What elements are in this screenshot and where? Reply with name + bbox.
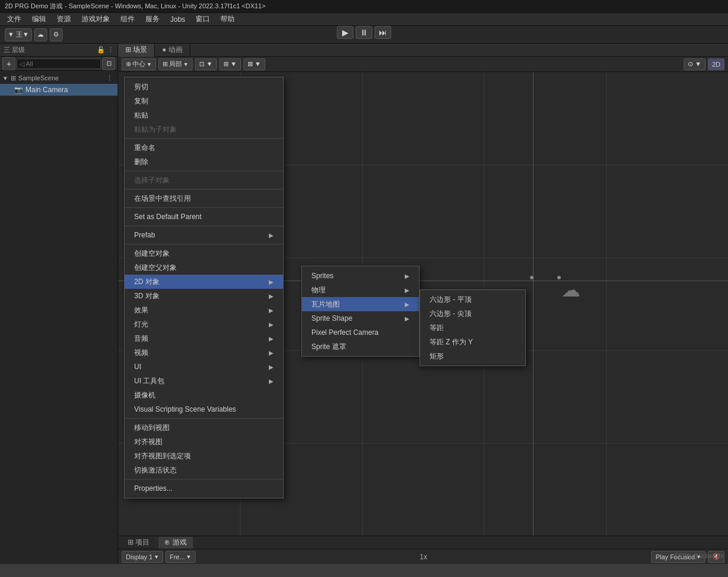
hierarchy-more-icon[interactable]: ⋮ [108,46,114,54]
ctx-move-to-view[interactable]: 移动到视图 [125,420,283,435]
camera-label: Main Camera [25,86,68,94]
ctx-arrow-video: ▶ [269,350,274,356]
ctx-visual-scripting[interactable]: Visual Scripting Scene Variables [125,402,283,416]
ctx-create-empty-parent[interactable]: 创建空父对象 [125,260,283,275]
ctx-2d-tilemap[interactable]: 瓦片地图▶ [302,297,419,311]
ctx-effects[interactable]: 效果▶ [125,303,283,317]
local-label: 局部 [169,60,182,69]
scene-expand-icon: ▼ [2,75,8,82]
ctx-2d-sprite-shape[interactable]: Sprite Shape▶ [302,311,419,325]
account-button[interactable]: ▼ 王▼ [5,28,32,41]
menu-edit[interactable]: 编辑 [27,13,51,25]
scene-local-button[interactable]: ⊞ 局部 ▼ [158,58,193,70]
hierarchy-camera-item[interactable]: 📷 Main Camera [0,84,118,96]
menu-component[interactable]: 组件 [116,13,139,25]
2d-button[interactable]: 2D [708,58,724,70]
ctx-tilemap-iso-z-y[interactable]: 等距 Z 作为 Y [420,335,525,349]
hierarchy-panel: 三 层级 🔓 ⋮ + ⊡ ▼ ⊞ SampleScene ⋮ 📷 Main Ca… [0,44,118,564]
ctx-toggle-active[interactable]: 切换激活状态 [125,463,283,477]
tab-project[interactable]: ⊞ 项目 [122,537,156,549]
free-arrow: ▼ [186,554,191,560]
ctx-separator [125,207,283,208]
ctx-2d-sprite-shape-arrow: ▶ [405,315,410,322]
ctx-2d-tilemap-arrow: ▶ [405,301,410,308]
display-button[interactable]: Display 1 ▼ [122,551,163,563]
ctx-rename[interactable]: 重命名 [125,141,283,155]
local-arrow: ▼ [183,61,188,67]
menu-file[interactable]: 文件 [2,13,26,25]
ctx-properties[interactable]: Properties... [125,481,283,495]
ctx-tilemap-rect[interactable]: 矩形 [420,349,525,363]
ctx-ui[interactable]: UI▶ [125,360,283,374]
ctx-2d-physics[interactable]: 物理▶ [302,283,419,297]
ctx-align-view-selected[interactable]: 对齐视图到选定项 [125,449,283,463]
ctx-delete[interactable]: 删除 [125,155,283,169]
display-label: Display 1 [126,553,152,560]
ctx-2d-objects[interactable]: 2D 对象▶ [125,275,283,289]
ctx-3d-objects[interactable]: 3D 对象▶ [125,289,283,303]
bottom-panel: ⊞ 项目 ⊕ 游戏 [118,536,728,549]
ctx-light[interactable]: 灯光▶ [125,317,283,331]
menu-help[interactable]: 帮助 [216,13,239,25]
ctx-align-view[interactable]: 对齐视图 [125,435,283,449]
step-button[interactable]: ⏭ [375,26,391,39]
ctx-cut[interactable]: 剪切 [125,80,283,94]
ctx-copy[interactable]: 复制 [125,94,283,108]
menu-services[interactable]: 服务 [141,13,164,25]
cloud-button[interactable]: ☁ [34,28,47,41]
menu-assets[interactable]: 资源 [52,13,76,25]
toolbar: ▼ 王▼ ☁ ⚙ ▶ ⏸ ⏭ [0,26,728,44]
ctx-separator [125,138,283,139]
ctx-ui-toolkit[interactable]: UI 工具包▶ [125,374,283,388]
ctx-paste[interactable]: 粘贴 [125,108,283,122]
scene-tabs: ⊞ 场景 ● 动画 [118,44,728,57]
menu-jobs[interactable]: Jobs [165,14,190,25]
settings-button[interactable]: ⚙ [50,28,63,41]
scene-tool1[interactable]: ⊡ ▼ [195,58,217,70]
menu-window[interactable]: 窗口 [191,13,214,25]
ctx-2d-sprites[interactable]: Sprites▶ [302,269,419,283]
scene-center-button[interactable]: ⊕ 中心 ▼ [122,58,156,70]
hierarchy-search-input[interactable] [17,58,101,69]
ctx-2d-sprite-mask[interactable]: Sprite 遮罩 [302,340,419,354]
menu-gameobject[interactable]: 游戏对象 [77,13,115,25]
play-button[interactable]: ▶ [337,26,353,39]
tab-scene[interactable]: ⊞ 场景 [118,44,155,57]
pause-button[interactable]: ⏸ [356,26,372,39]
ctx-camera[interactable]: 摄像机 [125,388,283,402]
hierarchy-scene-item[interactable]: ▼ ⊞ SampleScene ⋮ [0,72,118,84]
hierarchy-header: 三 层级 🔓 ⋮ [0,44,118,57]
ctx-2d-sprites-arrow: ▶ [405,273,410,279]
context-menu-main: 剪切 复制 粘贴 粘贴为子对象 重命名 删除 选择子对象 在场景中查找引用 Se… [124,77,284,498]
hierarchy-add-button[interactable]: + [2,57,15,70]
gizmo-button[interactable]: ⊙ ▼ [684,58,706,70]
camera-icon: 📷 [14,86,23,94]
free-button[interactable]: Fre... ▼ [165,551,196,563]
hierarchy-lock-icon[interactable]: 🔓 [97,46,105,54]
scene-tool2[interactable]: ⊞ ▼ [219,58,241,70]
menu-bar: 文件 编辑 资源 游戏对象 组件 服务 Jobs 窗口 帮助 [0,13,728,26]
ctx-2d-pixel-perfect[interactable]: Pixel Perfect Camera [302,325,419,340]
ctx-video[interactable]: 视频▶ [125,345,283,360]
hierarchy-filter-button[interactable]: ⊡ [102,57,115,70]
zoom-label: 1x [420,553,427,561]
ctx-paste-child: 粘贴为子对象 [125,122,283,136]
ctx-set-default-parent[interactable]: Set as Default Parent [125,210,283,224]
ctx-prefab[interactable]: Prefab▶ [125,228,283,242]
title-bar-text: 2D PRG Demo 游戏 - SampleScene - Windows, … [5,2,265,11]
ctx-arrow-2d: ▶ [269,279,274,285]
ctx-audio[interactable]: 音频▶ [125,331,283,345]
ctx-create-empty[interactable]: 创建空对象 [125,246,283,260]
ctx-tilemap-hex-point[interactable]: 六边形 - 尖顶 [420,307,525,321]
scene-more-icon[interactable]: ⋮ [106,74,113,82]
axis-vertical [533,72,534,536]
ctx-tilemap-isometric[interactable]: 等距 [420,321,525,335]
tab-game[interactable]: ⊕ 游戏 [158,537,193,549]
watermark: CSDN @SoberChi [674,553,723,559]
scene-name: SampleScene [18,74,59,82]
camera-dot [557,276,561,279]
ctx-find-refs[interactable]: 在场景中查找引用 [125,191,283,206]
scene-tool3[interactable]: ⊠ ▼ [243,58,265,70]
tab-animation[interactable]: ● 动画 [155,44,190,57]
ctx-tilemap-hex-flat[interactable]: 六边形 - 平顶 [420,292,525,307]
